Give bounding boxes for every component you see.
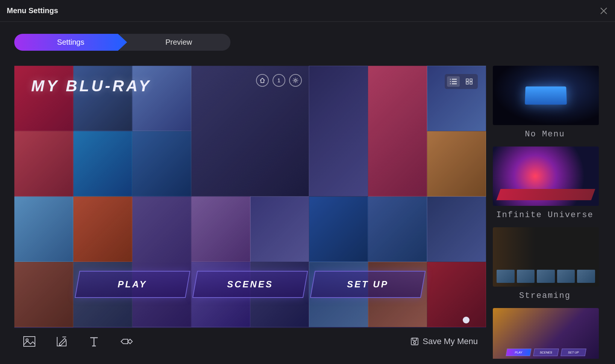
home-icon [259,77,265,83]
tab-preview[interactable]: Preview [120,34,230,51]
text-icon [89,335,99,347]
templates-panel[interactable]: No Menu Infinite Universe Streaming [493,66,601,359]
close-icon [600,8,607,14]
svg-rect-4 [470,82,472,84]
template-no-menu[interactable]: No Menu [493,66,597,139]
home-icon-button[interactable] [256,74,269,87]
tab-bar: Settings Preview [14,34,601,51]
shape-icon [120,336,133,347]
menu-buttons-row: PLAY SCENES SET UP [14,271,486,298]
image-tool[interactable] [23,335,36,348]
gear-icon [292,77,298,83]
svg-rect-5 [24,337,35,346]
disc-title[interactable]: MY BLU-RAY [31,77,151,95]
tab-settings[interactable]: Settings [14,34,127,51]
template-streaming[interactable]: Streaming [493,227,597,301]
scenes-button[interactable]: SCENES [192,271,308,298]
editor-toolbar: Save My Menu [14,328,486,355]
grid-view-button[interactable] [463,76,476,87]
svg-rect-8 [413,338,417,340]
shape-tool[interactable] [120,335,133,348]
svg-rect-2 [470,79,472,81]
preview-canvas[interactable]: MY BLU-RAY 1 [14,66,486,328]
svg-rect-1 [466,79,468,81]
text-tool[interactable] [87,335,101,348]
template-thumbnail [493,147,599,206]
template-label: No Menu [493,130,597,139]
image-icon [23,336,36,347]
list-view-button[interactable] [447,76,460,87]
save-menu-button[interactable]: Save My Menu [411,337,478,346]
template-thumbnail: PLAY SCENES SET UP [493,308,599,359]
svg-point-0 [295,80,297,82]
page-indicator[interactable]: 1 [273,74,285,87]
close-button[interactable] [599,6,608,15]
play-button[interactable]: PLAY [75,271,191,298]
edit-tool[interactable] [55,335,68,348]
template-thumbnail [493,227,599,287]
template-label: Infinite Universe [493,210,597,220]
svg-point-6 [26,339,28,341]
top-navigation-icons: 1 [256,74,302,87]
view-toggle [445,74,478,89]
gear-icon-button[interactable] [289,74,302,87]
setup-button[interactable]: SET UP [310,271,426,298]
pager-dot[interactable] [463,317,470,323]
edit-icon [56,335,68,347]
grid-icon [465,78,473,85]
list-icon [449,78,457,85]
preview-panel: MY BLU-RAY 1 [14,66,486,359]
svg-rect-3 [466,82,468,84]
template-item-partial[interactable]: PLAY SCENES SET UP [493,308,597,359]
svg-point-9 [414,341,416,344]
page-title: Menu Settings [7,6,58,15]
template-label: Streaming [493,291,597,301]
template-infinite-universe[interactable]: Infinite Universe [493,147,597,220]
save-icon [411,337,419,346]
header-bar: Menu Settings [0,0,615,22]
template-thumbnail [493,66,599,125]
save-menu-label: Save My Menu [423,337,478,346]
